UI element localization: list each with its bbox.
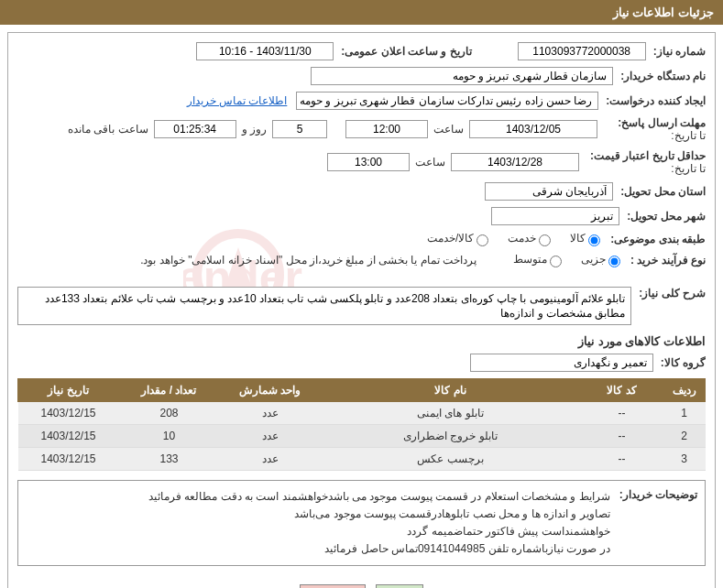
- need-desc-textarea: تابلو علائم آلومینیومی با چاپ کوره‌ای بت…: [17, 287, 631, 325]
- table-row: 2--تابلو خروج اضطراریعدد101403/12/15: [18, 424, 706, 447]
- radio-minor[interactable]: جزیی: [581, 253, 623, 267]
- remain-time-input: [154, 120, 236, 138]
- radio-goods[interactable]: کالا: [570, 232, 603, 246]
- buyer-notes-content: شرایط و مشخصات استعلام در قسمت پیوست موج…: [26, 488, 610, 559]
- th-name: نام کالا: [321, 378, 581, 401]
- cell-qty: 133: [119, 447, 220, 470]
- cell-date: 1403/12/15: [18, 401, 119, 424]
- days-and-label: روز و: [242, 123, 267, 136]
- items-section-title: اطلاعات کالاهای مورد نیاز: [17, 334, 706, 348]
- announce-dt-label: تاریخ و ساعت اعلان عمومی:: [341, 45, 471, 58]
- buyer-org-label: نام دستگاه خریدار:: [620, 70, 706, 82]
- th-date: تاریخ نیاز: [18, 378, 119, 401]
- radio-both[interactable]: کالا/خدمت: [427, 232, 491, 246]
- cell-unit: عدد: [220, 447, 321, 470]
- buyer-notes-label: توضیحات خریدار:: [619, 488, 697, 559]
- need-no-input: [518, 42, 646, 60]
- table-row: 3--برچسب عکسعدد1331403/12/15: [18, 447, 706, 470]
- requester-input: [296, 92, 598, 110]
- pay-note-text: پرداخت تمام یا بخشی از مبلغ خرید،از محل …: [140, 254, 477, 267]
- announce-dt-input: [196, 42, 334, 60]
- deadline-date-input: [469, 120, 597, 138]
- deadline-time-input: [345, 120, 428, 138]
- cell-code: --: [581, 447, 663, 470]
- back-button[interactable]: بازگشت: [300, 584, 366, 588]
- category-label: طبقه بندی موضوعی:: [610, 233, 706, 245]
- cell-name: تابلو خروج اضطراری: [321, 424, 581, 447]
- process-label: نوع فرآیند خرید :: [630, 254, 706, 267]
- th-code: کد کالا: [581, 378, 663, 401]
- buyer-org-input: [311, 67, 613, 85]
- goods-group-label: گروه کالا:: [661, 356, 706, 369]
- print-button[interactable]: چاپ: [376, 584, 423, 588]
- cell-qty: 10: [119, 424, 220, 447]
- delivery-prov-input: [485, 182, 613, 201]
- cell-unit: عدد: [220, 401, 321, 424]
- th-unit: واحد شمارش: [220, 378, 321, 401]
- cell-name: برچسب عکس: [321, 447, 581, 470]
- delivery-prov-label: استان محل تحویل:: [620, 185, 706, 198]
- cell-row: 2: [663, 424, 706, 447]
- category-radio-group: کالا خدمت کالا/خدمت: [414, 232, 603, 246]
- deadline-label: مهلت ارسال پاسخ:: [605, 116, 706, 129]
- page-header: جزئیات اطلاعات نیاز: [0, 0, 723, 25]
- buyer-notes-box: توضیحات خریدار: شرایط و مشخصات استعلام د…: [17, 480, 706, 567]
- radio-medium[interactable]: متوسط: [513, 253, 564, 267]
- time-label-1: ساعت: [433, 123, 464, 136]
- cell-row: 3: [663, 447, 706, 470]
- cell-unit: عدد: [220, 424, 321, 447]
- cell-date: 1403/12/15: [18, 447, 119, 470]
- cell-date: 1403/12/15: [18, 424, 119, 447]
- validity-time-input: [327, 153, 410, 171]
- goods-group-input: [470, 354, 653, 372]
- time-label-2: ساعت: [415, 156, 445, 169]
- items-table: ردیف کد کالا نام کالا واحد شمارش تعداد /…: [17, 378, 706, 471]
- until-label-1: تا تاریخ:: [605, 129, 706, 142]
- delivery-city-label: شهر محل تحویل:: [627, 210, 706, 223]
- until-label-2: تا تاریخ:: [586, 162, 706, 175]
- cell-code: --: [581, 401, 663, 424]
- need-no-label: شماره نیاز:: [653, 45, 706, 58]
- form-panel: شماره نیاز: تاریخ و ساعت اعلان عمومی: نا…: [7, 32, 716, 588]
- table-row: 1--تابلو های ایمنیعدد2081403/12/15: [18, 401, 706, 424]
- cell-code: --: [581, 424, 663, 447]
- process-radio-group: جزیی متوسط: [500, 253, 623, 267]
- th-row: ردیف: [663, 378, 706, 401]
- requester-label: ایجاد کننده درخواست:: [606, 94, 706, 107]
- contact-link[interactable]: اطلاعات تماس خریدار: [187, 94, 288, 107]
- delivery-city-input: [491, 207, 619, 225]
- days-input: [272, 120, 327, 138]
- need-desc-label: شرح کلی نیاز:: [639, 287, 706, 299]
- validity-date-input: [451, 153, 579, 171]
- cell-qty: 208: [119, 401, 220, 424]
- cell-row: 1: [663, 401, 706, 424]
- remain-label: ساعت باقی مانده: [68, 123, 148, 136]
- validity-label: حداقل تاریخ اعتبار قیمت:: [586, 149, 706, 162]
- radio-service[interactable]: خدمت: [508, 232, 553, 246]
- cell-name: تابلو های ایمنی: [321, 401, 581, 424]
- th-qty: تعداد / مقدار: [119, 378, 220, 401]
